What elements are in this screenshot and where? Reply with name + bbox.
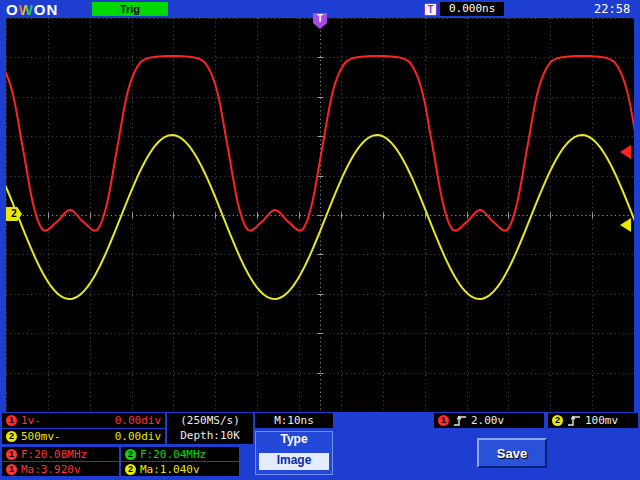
measurement-badge: 2 bbox=[125, 449, 136, 460]
trigger-time-value: 0.000ns bbox=[440, 2, 504, 16]
ch1-volts-per-div: 1v- bbox=[21, 414, 41, 427]
measurement-value: F:20.04MHz bbox=[140, 448, 206, 461]
ch2-scale-readout: 2 500mv- 0.00div bbox=[2, 429, 165, 444]
logo-letter: O bbox=[6, 1, 19, 18]
rising-edge-icon bbox=[567, 415, 581, 427]
logo-letters: ON bbox=[34, 1, 59, 18]
acquisition-readout: (250MS/s) Depth:10K bbox=[167, 413, 253, 444]
measurement-badge: 2 bbox=[125, 464, 136, 475]
measurement-badge: 1 bbox=[6, 449, 17, 460]
ch1-trigger-level-arrow[interactable] bbox=[620, 145, 631, 159]
timebase-value: M:10ns bbox=[274, 414, 314, 427]
graticule-and-waveforms bbox=[6, 18, 634, 412]
ch2-trigger-badge: 2 bbox=[552, 415, 563, 426]
measurement-value: F:20.08MHz bbox=[21, 448, 87, 461]
status-panel: 1 1v- 0.00div 2 500mv- 0.00div (250MS/s)… bbox=[0, 412, 640, 480]
measurement-value: Ma:1.040v bbox=[140, 463, 200, 476]
oscilloscope-screen: OWON Trig T 0.000ns 22:58 T 2 1 1v- 0.00… bbox=[0, 0, 640, 480]
trigger-time-readout: T 0.000ns bbox=[424, 2, 504, 16]
save-button[interactable]: Save bbox=[477, 438, 547, 468]
ch2-badge: 2 bbox=[6, 431, 17, 442]
measurement-ch1-frequency: 1 F:20.08MHz bbox=[2, 447, 119, 461]
record-depth: Depth:10K bbox=[167, 429, 253, 443]
rising-edge-icon bbox=[453, 415, 467, 427]
ch2-trigger-level: 100mv bbox=[585, 414, 618, 427]
measurement-ch1-max: 1 Ma:3.920v bbox=[2, 462, 119, 476]
ch1-trigger-badge: 1 bbox=[438, 415, 449, 426]
measurement-value: Ma:3.920v bbox=[21, 463, 81, 476]
measurement-ch2-max: 2 Ma:1.040v bbox=[121, 462, 239, 476]
timebase-readout: M:10ns bbox=[255, 413, 333, 428]
ch2-trigger-readout: 2 100mv bbox=[548, 413, 638, 428]
measurement-ch2-frequency: 2 F:20.04MHz bbox=[121, 447, 239, 461]
brand-logo: OWON bbox=[6, 1, 58, 18]
ch1-trigger-level: 2.00v bbox=[471, 414, 504, 427]
ch1-badge: 1 bbox=[6, 415, 17, 426]
logo-letter-w: W bbox=[19, 1, 34, 18]
ch2-marker-label: 2 bbox=[11, 208, 17, 219]
trigger-position-icon: T bbox=[424, 3, 437, 16]
type-softkey-value[interactable]: Image bbox=[259, 453, 329, 470]
measurement-badge: 1 bbox=[6, 464, 17, 475]
ch1-offset: 0.00div bbox=[45, 414, 161, 427]
clock: 22:58 bbox=[594, 2, 630, 16]
trigger-status-badge: Trig bbox=[92, 2, 168, 16]
scope-display bbox=[6, 18, 634, 412]
trigger-marker-label: T bbox=[317, 13, 323, 24]
ch1-scale-readout: 1 1v- 0.00div bbox=[2, 413, 165, 428]
type-softkey[interactable]: Type Image bbox=[255, 431, 333, 475]
sample-rate: (250MS/s) bbox=[167, 414, 253, 428]
ch2-volts-per-div: 500mv- bbox=[21, 430, 61, 443]
ch1-trigger-readout: 1 2.00v bbox=[434, 413, 544, 428]
type-softkey-label: Type bbox=[256, 432, 332, 452]
ch2-offset: 0.00div bbox=[65, 430, 161, 443]
ch2-trigger-level-arrow[interactable] bbox=[620, 218, 631, 232]
